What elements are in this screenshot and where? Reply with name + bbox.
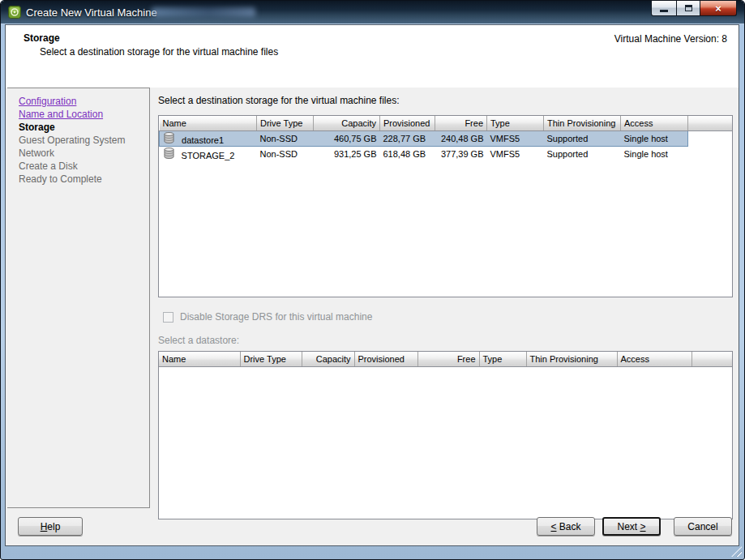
- column-header-drive-type[interactable]: Drive Type: [257, 116, 314, 130]
- page-title: Storage: [24, 32, 60, 44]
- column-header-free[interactable]: Free: [417, 352, 479, 366]
- sidebar-item-network: Network: [19, 147, 149, 160]
- wizard-header: Storage Select a destination storage for…: [6, 25, 739, 88]
- cell-capacity: 931,25 GB: [314, 146, 380, 161]
- cell-drive-type: Non-SSD: [257, 130, 314, 146]
- table-row[interactable]: datastore1Non-SSD460,75 GB228,77 GB240,4…: [160, 130, 733, 146]
- datastore-icon: [164, 132, 174, 143]
- column-header-provisioned[interactable]: Provisioned: [380, 116, 435, 130]
- window-title: Create New Virtual Machine: [26, 6, 157, 19]
- column-header-capacity[interactable]: Capacity: [302, 352, 354, 366]
- datastore-table-container: NameDrive TypeCapacityProvisionedFreeTyp…: [158, 351, 733, 519]
- column-header-thin-provisioning[interactable]: Thin Provisioning: [526, 352, 617, 366]
- disable-storage-drs-checkbox: [163, 312, 173, 323]
- minimize-button[interactable]: [651, 1, 677, 16]
- storage-page: Select a destination storage for the vir…: [151, 88, 733, 508]
- sidebar-item-create-a-disk: Create a Disk: [19, 160, 149, 173]
- titlebar[interactable]: Create New Virtual Machine ×: [1, 1, 744, 24]
- column-header-empty[interactable]: [688, 116, 733, 130]
- close-icon: ×: [715, 2, 721, 15]
- resize-grip[interactable]: [731, 546, 742, 557]
- table-row[interactable]: STORAGE_2Non-SSD931,25 GB618,48 GB377,39…: [160, 146, 733, 161]
- maximize-button[interactable]: [677, 1, 700, 16]
- column-header-name[interactable]: Name: [160, 116, 257, 130]
- storage-instruction: Select a destination storage for the vir…: [158, 95, 733, 106]
- minimize-icon: [660, 10, 668, 12]
- sidebar-item-storage: Storage: [19, 121, 149, 134]
- cell-free: 377,39 GB: [435, 146, 487, 161]
- cell-provisioned: 228,77 GB: [380, 130, 435, 146]
- cell-provisioned: 618,48 GB: [380, 146, 435, 161]
- cell-name: STORAGE_2: [160, 146, 257, 161]
- column-header-type[interactable]: Type: [487, 116, 544, 130]
- cell-access: Single host: [621, 146, 688, 161]
- cell-access: Single host: [621, 130, 688, 146]
- column-header-free[interactable]: Free: [435, 116, 487, 130]
- cell-name: datastore1: [160, 130, 257, 146]
- cell-empty: [688, 130, 733, 146]
- back-button[interactable]: < Back: [537, 517, 595, 536]
- sidebar-item-guest-operating-system: Guest Operating System: [19, 134, 149, 147]
- disable-storage-drs-label: Disable Storage DRS for this virtual mac…: [180, 311, 372, 323]
- cell-thin-provisioning: Supported: [544, 146, 621, 161]
- cell-free: 240,48 GB: [435, 130, 487, 146]
- wizard-footer: Help < Back Next > Cancel: [6, 508, 739, 545]
- cell-type: VMFS5: [487, 146, 544, 161]
- vsphere-client-icon: [8, 6, 21, 19]
- cancel-button[interactable]: Cancel: [674, 517, 732, 536]
- column-header-drive-type[interactable]: Drive Type: [240, 352, 302, 366]
- datastore-icon: [164, 147, 174, 159]
- vm-version-label: Virtual Machine Version: 8: [614, 33, 727, 45]
- column-header-access[interactable]: Access: [621, 116, 688, 130]
- storage-table: NameDrive TypeCapacityProvisionedFreeTyp…: [159, 116, 732, 162]
- sidebar-item-ready-to-complete: Ready to Complete: [19, 173, 149, 186]
- sidebar-item-configuration[interactable]: Configuration: [19, 95, 149, 108]
- wizard-steps-sidebar: ConfigurationName and LocationStorageGue…: [7, 88, 150, 508]
- cell-capacity: 460,75 GB: [314, 130, 380, 146]
- datastore-table: NameDrive TypeCapacityProvisionedFreeTyp…: [159, 352, 732, 367]
- wizard-content: ConfigurationName and LocationStorageGue…: [6, 88, 739, 508]
- page-subtitle: Select a destination storage for the vir…: [40, 46, 278, 58]
- cell-drive-type: Non-SSD: [257, 146, 314, 161]
- column-header-capacity[interactable]: Capacity: [314, 116, 380, 130]
- column-header-access[interactable]: Access: [617, 352, 691, 366]
- storage-table-container: NameDrive TypeCapacityProvisionedFreeTyp…: [158, 115, 733, 297]
- sidebar-item-name-and-location[interactable]: Name and Location: [19, 108, 149, 121]
- cell-thin-provisioning: Supported: [544, 130, 621, 146]
- cell-type: VMFS5: [487, 130, 544, 146]
- column-header-type[interactable]: Type: [479, 352, 526, 366]
- create-vm-wizard-window: Create New Virtual Machine × Storage Sel…: [0, 0, 745, 560]
- column-header-name[interactable]: Name: [159, 352, 240, 366]
- column-header-empty[interactable]: [691, 352, 732, 366]
- column-header-provisioned[interactable]: Provisioned: [354, 352, 417, 366]
- maximize-icon: [685, 5, 692, 11]
- select-datastore-label: Select a datastore:: [158, 335, 733, 346]
- column-header-thin-provisioning[interactable]: Thin Provisioning: [544, 116, 621, 130]
- help-button[interactable]: Help: [18, 517, 83, 536]
- redacted-text: [152, 7, 255, 17]
- wizard-dialog: Storage Select a destination storage for…: [5, 24, 739, 546]
- next-button[interactable]: Next >: [602, 517, 661, 536]
- close-button[interactable]: ×: [700, 1, 737, 16]
- cell-empty: [688, 146, 733, 161]
